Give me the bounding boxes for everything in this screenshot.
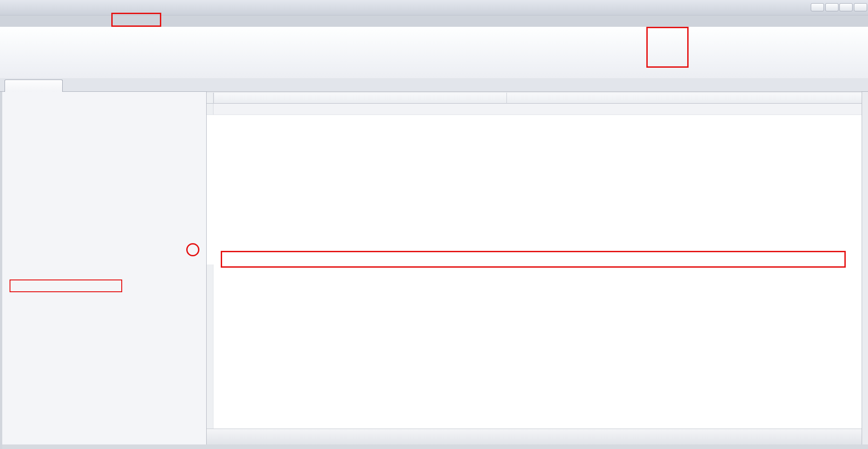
title-bar bbox=[0, 0, 868, 15]
grid-footer-toolbar bbox=[207, 429, 862, 444]
grid-row-indicator bbox=[207, 104, 213, 115]
window-bottom-edge bbox=[0, 444, 868, 449]
document-tab-strip bbox=[0, 78, 868, 92]
grid-indicator-header bbox=[207, 93, 213, 103]
collapse-ribbon-chevron-icon[interactable] bbox=[858, 70, 864, 76]
close-button[interactable] bbox=[854, 3, 867, 11]
collapse-category-icon[interactable] bbox=[217, 108, 221, 111]
grid-indicator-column bbox=[207, 264, 213, 429]
document-tab-einstellungen[interactable] bbox=[5, 80, 63, 92]
grid-category-row[interactable] bbox=[207, 104, 862, 115]
restore-button[interactable] bbox=[839, 3, 853, 11]
grid-header-wert[interactable] bbox=[506, 93, 862, 104]
window-left-edge bbox=[0, 92, 2, 449]
apply-button[interactable] bbox=[209, 431, 221, 443]
settings-grid bbox=[207, 92, 862, 444]
application-window bbox=[0, 0, 868, 449]
settings-sidebar bbox=[2, 92, 207, 444]
grid-header-name[interactable] bbox=[213, 93, 506, 104]
vertical-scrollbar[interactable] bbox=[862, 92, 868, 444]
ribbon-tab-row bbox=[0, 15, 868, 27]
fullscreen-button[interactable] bbox=[811, 3, 824, 11]
minimize-button[interactable] bbox=[825, 3, 838, 11]
window-title bbox=[0, 0, 868, 15]
grid-header-row bbox=[207, 92, 862, 104]
ribbon bbox=[0, 27, 868, 78]
ab-transfer-button[interactable] bbox=[223, 431, 235, 443]
